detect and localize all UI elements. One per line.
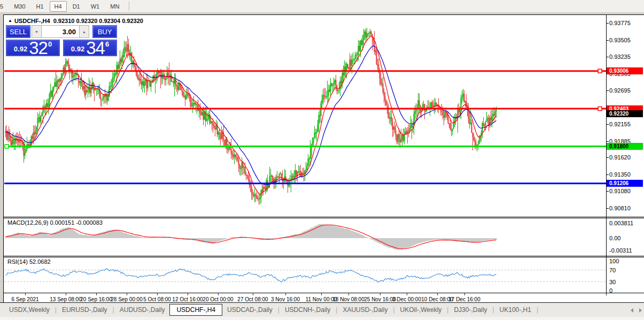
sell-price-prefix: 0.92 [14, 45, 27, 53]
date-tick-mark [437, 293, 438, 295]
volume-input[interactable] [42, 25, 79, 38]
tab-usdchf-h4[interactable]: USDCHF-,H4 [169, 304, 222, 316]
tab-ukoil-weekly[interactable]: UKOil-,Weekly [395, 304, 447, 316]
macd-axis-label: -0.00311 [609, 247, 632, 254]
sell-button[interactable]: SELL [6, 25, 30, 38]
date-tick-mark [25, 293, 26, 295]
date-tick-mark [407, 293, 407, 295]
symbol-tabbar: USDX,Weekly|EURUSD-,Daily|AUDUSD-,DailyU… [0, 302, 644, 317]
date-tick-label: 25 Nov 16:00 [364, 296, 396, 302]
macd-axis-label: 0.00 [609, 235, 620, 241]
buy-button[interactable]: BUY [92, 25, 117, 38]
triangle-up-icon: ▲ [8, 18, 12, 23]
date-tick-mark [321, 293, 322, 295]
tab-scroll-left-icon[interactable] [631, 308, 633, 313]
tab-dj30-daily[interactable]: DJ30-,Daily [449, 304, 492, 316]
pane-separator[interactable] [4, 218, 644, 218]
date-tick-mark [218, 293, 219, 295]
timeframe-m30[interactable]: M30 [9, 1, 30, 12]
pane-separator[interactable] [4, 256, 644, 256]
date-tick-label: 5 Oct 08:00 [143, 296, 171, 302]
macd-label: MACD(12,26,9) 0.000151 -0.000083 [7, 219, 103, 226]
pane-separator[interactable] [4, 257, 644, 257]
date-tick-label: 3 Dec 00:00 [392, 296, 421, 302]
chart-title-ohlc: 0.92310 0.92320 0.92304 0.92320 [53, 18, 143, 24]
date-tick-label: 6 Sep 2021 [11, 296, 38, 302]
rsi-axis-label: 100 [609, 258, 619, 264]
date-tick-mark [380, 293, 381, 295]
buy-price-tile[interactable]: 0.92 34 6 [63, 40, 117, 56]
tab-usdx-weekly[interactable]: USDX,Weekly [4, 304, 55, 316]
price-tick-label: 0.91350 [609, 171, 631, 178]
date-tick-label: 13 Sep 08:00 [50, 296, 82, 302]
price-tick-label: 0.93775 [609, 20, 631, 26]
date-tick-mark [157, 293, 158, 295]
date-tick-label: 3 Nov 16:00 [271, 296, 300, 302]
price-tick-label: 0.91080 [609, 188, 631, 194]
date-tick-mark [348, 293, 349, 295]
price-tick-label: 0.91620 [609, 154, 631, 161]
volume-decrease-button[interactable]: ▼ [32, 25, 42, 38]
chart-canvas[interactable] [4, 15, 644, 303]
tab-audusd-daily[interactable]: AUDUSD-,Daily [115, 304, 170, 316]
date-tick-mark [253, 293, 253, 295]
date-tick-label: 20 Oct 00:00 [203, 296, 233, 302]
rsi-axis-label: 30 [609, 279, 616, 285]
date-tick-label: 12 Oct 16:00 [172, 296, 203, 302]
current-price-badge: 0.92320 [607, 110, 643, 117]
date-tick-label: 20 Sep 16:00 [80, 296, 112, 302]
timeframe-h1[interactable]: H1 [32, 1, 49, 12]
timeframe-d1[interactable]: D1 [68, 1, 85, 12]
date-tick-mark [285, 293, 286, 295]
rsi-axis-label: 70 [609, 267, 616, 273]
mt4-window: { "toolbar": { "timeframes": ["5", "M30"… [0, 0, 644, 320]
level-price-badge: 0.91800 [607, 143, 643, 150]
status-strip [0, 317, 644, 320]
date-tick-label: 18 Nov 08:00 [332, 296, 364, 302]
level-price-badge: 0.91206 [607, 180, 643, 187]
date-tick-mark [188, 293, 188, 295]
date-tick-label: 28 Sep 00:00 [111, 296, 143, 302]
timeframe-5[interactable]: 5 [0, 1, 8, 12]
date-tick-mark [127, 293, 127, 295]
price-tick-label: 0.92695 [609, 87, 631, 94]
timeframe-w1[interactable]: W1 [86, 1, 105, 12]
date-tick-label: 27 Oct 08:00 [237, 296, 268, 302]
tab-separator: | [536, 306, 539, 314]
tab-usdcad-daily[interactable]: USDCAD-,Daily [222, 304, 277, 316]
date-tick-mark [96, 293, 97, 295]
tab-eurusd-daily[interactable]: EURUSD-,Daily [57, 304, 112, 316]
one-click-trade-panel: SELL ▼ ▲ BUY 0.92 32 0 0.92 34 6 [6, 25, 117, 56]
date-tick-mark [464, 293, 465, 295]
tab-usdcnh-daily[interactable]: USDCNH-,Daily [280, 304, 335, 316]
triangle-up-icon: ▲ [82, 30, 86, 34]
sell-price-big: 32 [29, 41, 48, 55]
timeframe-mn[interactable]: MN [105, 1, 124, 12]
rsi-label: RSI(14) 52.0682 [7, 258, 51, 265]
tab-scroll-right-icon[interactable] [639, 308, 642, 313]
price-axis-border [606, 15, 607, 295]
volume-increase-button[interactable]: ▲ [79, 25, 89, 38]
sell-price-tile[interactable]: 0.92 32 0 [6, 40, 60, 56]
tab-xauusd-daily[interactable]: XAUUSD-,Daily [338, 304, 392, 316]
triangle-down-icon: ▼ [35, 30, 38, 34]
chart-title: ▲USDCHF-,H4 0.92310 0.92320 0.92304 0.92… [8, 18, 143, 24]
buy-price-pipette: 6 [105, 40, 109, 48]
toolbar-separator [129, 2, 129, 11]
pane-separator [4, 293, 644, 293]
price-tick-label: 0.93235 [609, 54, 631, 60]
macd-axis-label: 0.003811 [609, 220, 633, 226]
timeframe-toolbar: 5M30H1H4D1W1MN [0, 0, 644, 13]
date-tick-mark [66, 293, 66, 295]
chart-window[interactable]: ▲USDCHF-,H4 0.92310 0.92320 0.92304 0.92… [3, 14, 644, 302]
tab-uk100-h1[interactable]: UK100-,H1 [495, 304, 536, 316]
price-tick-label: 0.92155 [609, 121, 631, 127]
timeframe-h4[interactable]: H4 [50, 1, 67, 12]
pane-separator[interactable] [4, 217, 644, 217]
price-tick-label: 0.90810 [609, 205, 631, 211]
chart-title-symbol: USDCHF-,H4 [14, 18, 50, 24]
level-price-badge: 0.93006 [607, 67, 643, 74]
buy-price-big: 34 [86, 41, 105, 55]
date-tick-label: 17 Dec 16:00 [448, 296, 480, 302]
buy-price-prefix: 0.92 [71, 45, 84, 53]
